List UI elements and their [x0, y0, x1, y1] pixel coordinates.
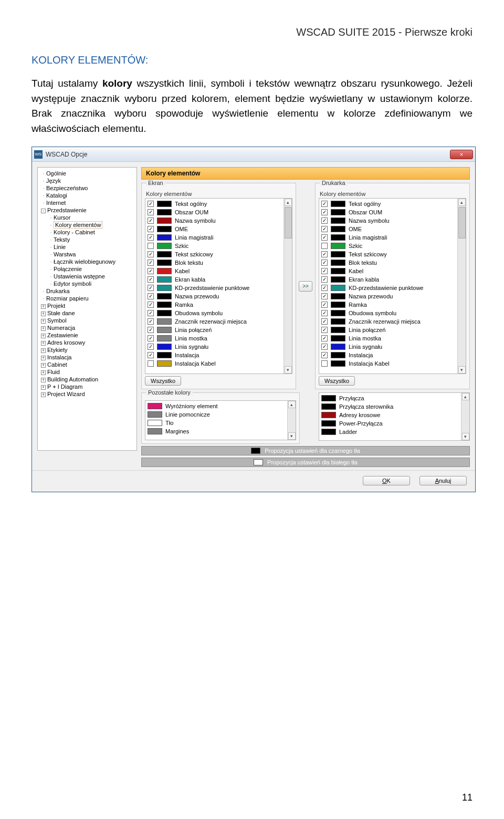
list-item[interactable]: Adresy krosowe — [319, 411, 469, 419]
checkbox[interactable]: ✓ — [148, 260, 154, 266]
color-swatch[interactable] — [157, 302, 172, 308]
tree-item[interactable]: ·Rozmiar papieru — [39, 295, 135, 302]
list-item[interactable]: ✓Tekst szkicowy — [145, 250, 292, 258]
color-swatch[interactable] — [331, 276, 345, 283]
tree-item[interactable]: ·Ogólnie — [39, 170, 135, 177]
color-swatch[interactable] — [331, 226, 345, 232]
checkbox[interactable]: ✓ — [321, 276, 328, 283]
color-swatch[interactable] — [157, 260, 172, 266]
tree-item[interactable]: +Etykiety — [39, 346, 135, 354]
color-swatch[interactable] — [157, 243, 172, 249]
tree-item[interactable]: ·Internet — [39, 199, 135, 206]
color-swatch[interactable] — [148, 428, 162, 434]
list-item[interactable]: Szkic — [319, 242, 466, 250]
checkbox[interactable]: ✓ — [321, 310, 328, 316]
scroll-down-icon[interactable]: ▾ — [462, 433, 469, 440]
other-left-listbox[interactable]: Wyróżniony elementLinie pomocniczeTłoMar… — [145, 400, 296, 440]
expander-icon[interactable]: + — [41, 319, 46, 324]
checkbox[interactable]: ✓ — [321, 335, 328, 341]
select-all-button[interactable]: Wszystko — [145, 376, 181, 386]
list-item[interactable]: ✓Obudowa symbolu — [145, 309, 292, 317]
color-swatch[interactable] — [157, 310, 172, 316]
list-item[interactable]: Wyróżniony element — [145, 402, 296, 410]
proposal-black-button[interactable]: Propozycja ustawień dla czarnego tła — [141, 446, 470, 455]
list-item[interactable]: ✓KD-przedstawienie punktowe — [145, 284, 292, 292]
color-swatch[interactable] — [157, 209, 172, 215]
list-item[interactable]: ✓Linia sygnału — [319, 343, 466, 351]
ok-button[interactable]: OK — [363, 476, 410, 485]
color-swatch[interactable] — [321, 403, 336, 410]
expander-icon[interactable]: + — [41, 304, 46, 309]
tree-item[interactable]: ·Kolory - Cabinet — [39, 229, 135, 236]
checkbox[interactable]: ✓ — [321, 293, 328, 299]
tree-item[interactable]: ·Linie — [39, 243, 135, 251]
color-swatch[interactable] — [331, 327, 345, 333]
color-swatch[interactable] — [157, 276, 172, 283]
color-swatch[interactable] — [331, 285, 345, 291]
checkbox[interactable] — [321, 360, 328, 367]
scroll-up-icon[interactable]: ▴ — [458, 199, 466, 206]
checkbox[interactable]: ✓ — [148, 209, 154, 215]
color-swatch[interactable] — [148, 420, 162, 426]
close-button[interactable]: × — [450, 150, 473, 159]
checkbox[interactable]: ✓ — [148, 352, 154, 358]
color-swatch[interactable] — [331, 352, 345, 358]
cancel-button[interactable]: Anuluj — [419, 476, 467, 485]
category-tree[interactable]: ·Ogólnie·Język·Bezpieczeństwo·Katalogi·I… — [37, 167, 137, 451]
checkbox[interactable]: ✓ — [321, 251, 328, 257]
list-item[interactable]: Margines — [145, 427, 296, 436]
expander-icon[interactable]: + — [41, 378, 46, 382]
list-item[interactable]: ✓Linia magistrali — [145, 233, 292, 242]
tree-item[interactable]: +Cabinet — [39, 361, 135, 368]
checkbox[interactable]: ✓ — [321, 318, 328, 325]
expander-icon[interactable]: + — [41, 312, 46, 316]
color-swatch[interactable] — [331, 268, 345, 274]
color-swatch[interactable] — [331, 234, 345, 241]
tree-item[interactable]: ·Edytor symboli — [39, 280, 135, 287]
checkbox[interactable]: ✓ — [148, 335, 154, 341]
list-item[interactable]: ✓Kabel — [145, 267, 292, 275]
checkbox[interactable]: ✓ — [321, 344, 328, 350]
list-item[interactable]: ✓Linia połączeń — [145, 326, 292, 334]
expander-icon[interactable]: + — [41, 392, 46, 397]
color-swatch[interactable] — [157, 327, 172, 333]
checkbox[interactable]: ✓ — [148, 302, 154, 308]
color-swatch[interactable] — [331, 201, 345, 207]
expander-icon[interactable]: + — [41, 385, 46, 390]
tree-item[interactable]: ·Kolory elementów — [39, 221, 135, 229]
list-item[interactable]: ✓Linia mostka — [145, 334, 292, 343]
color-swatch[interactable] — [157, 251, 172, 257]
expander-icon[interactable]: + — [41, 363, 46, 368]
color-swatch[interactable] — [157, 318, 172, 325]
color-swatch[interactable] — [157, 344, 172, 350]
checkbox[interactable]: ✓ — [321, 327, 328, 333]
list-item[interactable]: Przyłącza — [319, 394, 469, 402]
checkbox[interactable]: ✓ — [148, 217, 154, 224]
color-swatch[interactable] — [331, 318, 345, 325]
color-swatch[interactable] — [331, 217, 345, 224]
scroll-thumb[interactable] — [285, 207, 292, 239]
list-item[interactable]: ✓Obudowa symbolu — [319, 309, 466, 317]
list-item[interactable]: ✓Ramka — [319, 300, 466, 309]
color-swatch[interactable] — [331, 243, 345, 249]
color-swatch[interactable] — [157, 293, 172, 299]
list-item[interactable]: ✓Znacznik rezerwacji miejsca — [319, 317, 466, 326]
checkbox[interactable] — [148, 243, 154, 249]
color-swatch[interactable] — [148, 411, 162, 418]
checkbox[interactable]: ✓ — [148, 201, 154, 207]
scrollbar[interactable]: ▴ ▾ — [461, 393, 469, 440]
tree-item[interactable]: +Building Automation — [39, 376, 135, 383]
scroll-up-icon[interactable]: ▴ — [462, 393, 469, 400]
color-swatch[interactable] — [331, 335, 345, 341]
checkbox[interactable]: ✓ — [148, 285, 154, 291]
color-swatch[interactable] — [331, 293, 345, 299]
tree-item[interactable]: ·Warstwa — [39, 251, 135, 258]
checkbox[interactable]: ✓ — [148, 327, 154, 333]
checkbox[interactable] — [321, 243, 328, 249]
list-item[interactable]: ✓Ekran kabla — [319, 275, 466, 284]
tree-item[interactable]: +Adres krosowy — [39, 339, 135, 346]
tree-item[interactable]: ·Łącznik wielobiegunowy — [39, 258, 135, 265]
list-item[interactable]: Linie pomocnicze — [145, 410, 296, 419]
list-item[interactable]: ✓Obszar OUM — [319, 208, 466, 216]
color-swatch[interactable] — [331, 209, 345, 215]
